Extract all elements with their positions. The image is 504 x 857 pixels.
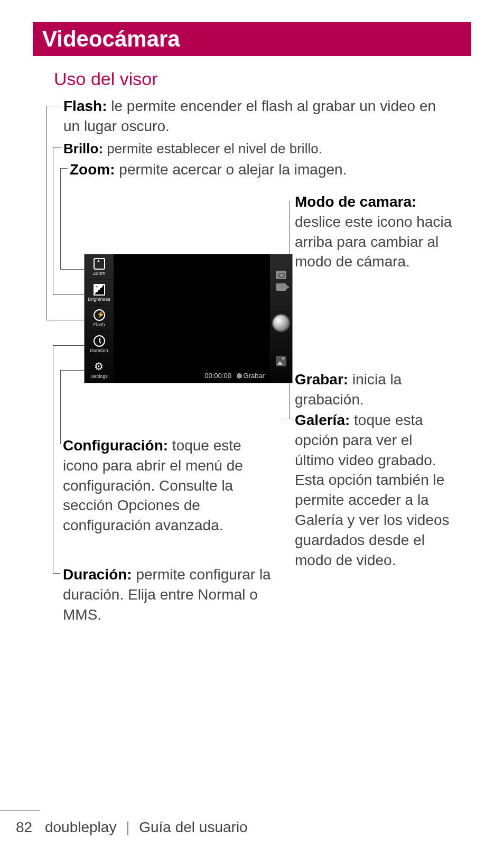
vf-mode-switch[interactable] — [276, 271, 286, 291]
brightness-icon — [94, 284, 105, 296]
leader-line — [53, 573, 60, 574]
vf-record-label: Grabar — [244, 372, 265, 380]
leader-line — [60, 168, 61, 270]
footer-line — [0, 810, 40, 810]
leader-line — [60, 269, 87, 270]
camera-mode-icon — [276, 271, 286, 279]
footer-separator: | — [126, 819, 129, 835]
leader-line — [60, 370, 87, 371]
leader-line — [46, 106, 61, 106]
vf-flash-button[interactable]: Flash — [85, 306, 114, 332]
callout-desc: deslice este icono hacia arriba para cam… — [295, 214, 452, 270]
callout-desc: le permite encender el flash al grabar u… — [63, 98, 436, 134]
gear-icon — [94, 361, 105, 373]
callout-grabar: Grabar: inicia la grabación. — [295, 370, 469, 410]
zoom-icon — [94, 258, 105, 270]
gallery-icon[interactable] — [276, 356, 286, 366]
vf-status-bar: 00:00:00 Grabar — [114, 372, 270, 380]
video-mode-icon — [276, 283, 286, 291]
page-footer: 82 doubleplay | Guía del usuario — [16, 819, 248, 836]
callout-label: Brillo: — [63, 141, 103, 156]
callout-label: Duración: — [63, 566, 132, 583]
vf-settings-button[interactable]: Settings — [85, 357, 114, 383]
vf-zoom-button[interactable]: Zoom — [85, 254, 114, 280]
leader-line — [60, 370, 61, 444]
section-title: Uso del visor — [54, 69, 158, 89]
leader-line — [282, 419, 293, 419]
leader-line — [46, 106, 47, 320]
leader-line — [46, 320, 87, 320]
vf-zoom-label: Zoom — [93, 271, 105, 276]
vf-duration-label: Duration — [90, 348, 108, 353]
callout-duracion: Duración: permite configurar la duración… — [63, 565, 274, 624]
callout-label: Zoom: — [70, 161, 115, 178]
callout-desc: toque esta opción para ver el último vid… — [295, 412, 450, 568]
page-title: Videocámara — [42, 26, 180, 51]
footer-brand: doubleplay — [45, 819, 116, 835]
leader-line — [53, 147, 61, 148]
vf-left-sidebar: Zoom Brightness Flash Duration Settings — [85, 254, 114, 383]
vf-duration-button[interactable]: Duration — [85, 331, 114, 357]
callout-brillo: Brillo: permite establecer el nivel de b… — [63, 140, 444, 158]
callout-desc: permite establecer el nivel de brillo. — [103, 141, 322, 156]
vf-settings-label: Settings — [90, 374, 108, 379]
vf-right-sidebar — [270, 254, 292, 383]
callout-label: Flash: — [63, 98, 107, 114]
leader-line — [53, 294, 87, 295]
callout-galeria: Galería: toque esta opción para ver el ú… — [295, 410, 453, 570]
viewfinder-screenshot: Zoom Brightness Flash Duration Settings … — [84, 254, 293, 383]
duration-icon — [94, 335, 105, 347]
callout-label: Configuración: — [63, 437, 168, 454]
page-header: Videocámara — [33, 22, 471, 56]
callout-zoom: Zoom: permite acercar o alejar la imagen… — [70, 160, 450, 180]
callout-flash: Flash: le permite encender el flash al g… — [63, 96, 444, 136]
callout-label: Grabar: — [295, 371, 348, 388]
footer-guide: Guía del usuario — [139, 819, 247, 835]
callout-configuracion: Configuración: toque este icono para abr… — [63, 436, 274, 536]
vf-record-button[interactable] — [273, 315, 290, 331]
vf-brightness-button[interactable]: Brightness — [85, 280, 114, 306]
vf-flash-label: Flash — [93, 322, 105, 327]
leader-line — [60, 168, 68, 169]
callout-label: Modo de camara: — [295, 193, 416, 210]
flash-icon — [94, 309, 105, 321]
page-number: 82 — [16, 819, 32, 835]
record-dot-icon — [237, 373, 242, 379]
vf-brightness-label: Brightness — [88, 297, 110, 302]
leader-line — [53, 147, 53, 295]
callout-label: Galería: — [295, 412, 350, 428]
leader-line — [53, 345, 53, 574]
callout-desc: permite acercar o alejar la imagen. — [115, 161, 347, 178]
callout-modo-camara: Modo de camara: deslice este icono hacia… — [295, 192, 453, 272]
vf-timer: 00:00:00 — [204, 372, 231, 380]
leader-line — [53, 345, 87, 346]
